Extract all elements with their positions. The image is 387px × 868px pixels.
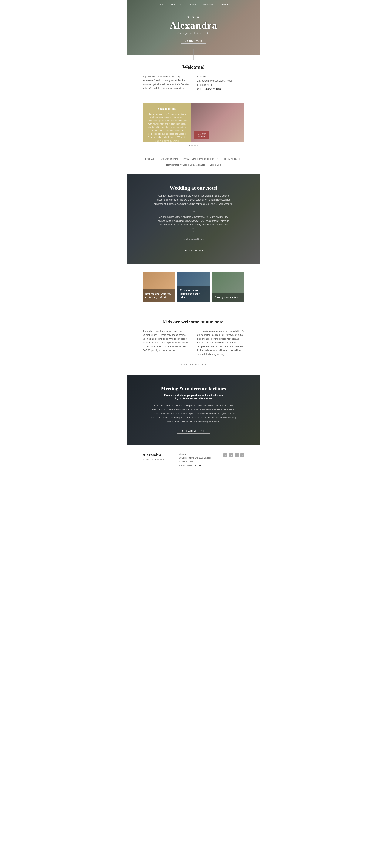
conference-description: Our dedicated team of conference profess… — [150, 404, 237, 424]
footer-phone-row: Call us: (800) 123 1234 — [179, 464, 216, 467]
amenity-bed: Large Bed — [210, 162, 221, 168]
nav-about[interactable]: About us — [167, 2, 184, 7]
kids-reservation-button[interactable]: MAKE A RESERVATION — [176, 362, 211, 367]
footer-brand: Alexandra © 2016 | Privacy Policy — [143, 453, 172, 460]
nav-rooms[interactable]: Rooms — [184, 2, 199, 7]
nav-contacts[interactable]: Contacts — [216, 2, 233, 7]
welcome-address-col: Chicago, 28 Jackson Blvd Ste 1020 Chicag… — [197, 75, 244, 91]
footer-address: Chicago, 28 Jackson Blvd Ste 1020 Chicag… — [179, 453, 216, 467]
quote-open: ❝ — [150, 210, 237, 215]
book-wedding-button[interactable]: BOOK A WEDDING — [180, 248, 207, 253]
phone-number: (800) 123 1234 — [205, 88, 221, 91]
rooms-card: Classic rooms Classic rooms at The Alexa… — [143, 103, 244, 142]
room-info-panel: Classic rooms Classic rooms at The Alexa… — [143, 103, 191, 142]
address-city: Chicago, — [197, 75, 244, 79]
card-rooms[interactable]: View our rooms, restaurant, pool & other — [177, 272, 210, 302]
amenity-bathroom: Private Bathroom — [183, 156, 202, 162]
footer-logo: Alexandra — [143, 453, 172, 457]
footer-zip: IL 60604-2340 — [179, 460, 216, 464]
kids-text-1: Know what's free for your kid. Up to two… — [143, 329, 190, 352]
hero-section: Home About us Rooms Services Contacts ★ … — [127, 0, 260, 55]
footer-street: 28 Jackson Blvd Ste 1020 Chicago, — [179, 456, 216, 460]
price-per: per night — [198, 135, 206, 137]
room-price: from $123 per night — [195, 131, 209, 139]
conference-subtitle: Events are all about people & we will wo… — [150, 394, 237, 400]
wedding-description: Your day means everything to us. Whether… — [154, 194, 233, 206]
sep-1: | — [157, 156, 161, 162]
make-reservation-button[interactable]: MAKE A RESERVATION — [152, 139, 182, 142]
card-rooms-overlay: View our rooms, restaurant, pool & other — [177, 286, 210, 302]
address-street: 28 Jackson Blvd Ste 1020 Chicago, — [197, 79, 244, 83]
book-conference-button[interactable]: BOOK A CONFERENCE — [177, 429, 210, 434]
amenity-sofa: Sofa Available — [189, 162, 205, 168]
dot-1[interactable] — [189, 145, 190, 147]
googleplus-icon[interactable]: g+ — [229, 453, 233, 457]
kids-text-col-2: The maximum number of extra beds/childre… — [197, 329, 244, 356]
amenity-fridge: Refrigerator Available — [166, 162, 189, 168]
conference-title: Meeting & conference facilities — [150, 386, 237, 392]
amenity-ac: Air Conditioning — [161, 156, 179, 162]
hotel-tagline: Chicago hotel since 1985 — [170, 32, 217, 34]
dot-4[interactable] — [197, 145, 198, 147]
hero-content: ★ ★ ★ Alexandra Chicago hotel since 1985… — [170, 15, 217, 43]
welcome-text-col: A good hotel shouldn't be necessarily ex… — [143, 75, 190, 91]
room-description: Classic rooms at The Alexandra are brigh… — [147, 113, 187, 139]
card-offers[interactable]: Luxury special offers — [212, 272, 244, 302]
kids-columns: Know what's free for your kid. Up to two… — [143, 329, 244, 356]
welcome-title: Welcome! — [143, 64, 244, 70]
welcome-columns: A good hotel shouldn't be necessarily ex… — [143, 75, 244, 91]
cards-section: Best cooking, wine list, draft beer, coc… — [127, 265, 260, 310]
facebook-icon[interactable]: f — [223, 453, 228, 457]
card-offers-overlay: Luxury special offers — [212, 293, 244, 302]
sep-3: | — [218, 156, 222, 162]
privacy-policy-link[interactable]: Privacy Policy — [151, 458, 164, 460]
card-food-overlay: Best cooking, wine list, draft beer, coc… — [143, 289, 175, 302]
copyright-text: © 2016 | — [143, 458, 150, 460]
kids-text-col-1: Know what's free for your kid. Up to two… — [143, 329, 190, 356]
main-navigation: Home About us Rooms Services Contacts — [127, 0, 260, 9]
twitter-icon[interactable]: t — [240, 453, 244, 457]
footer-city: Chicago, — [179, 453, 216, 456]
amenities-section: Free Wi-Fi | Air Conditioning | Private … — [127, 152, 260, 174]
card-food-title: Best cooking, wine list, draft beer, coc… — [145, 292, 172, 300]
hotel-name: Alexandra — [170, 20, 217, 31]
hero-divider — [194, 49, 194, 55]
footer-phone: (800) 123 1234 — [187, 464, 201, 466]
amenity-minibar: Free Mini-bar — [222, 156, 237, 162]
dot-3[interactable] — [194, 145, 196, 147]
conference-section: Meeting & conference facilities Events a… — [127, 375, 260, 445]
wedding-section: Wedding at our hotel Your day means ever… — [127, 174, 260, 265]
welcome-text: A good hotel shouldn't be necessarily ex… — [143, 75, 190, 90]
footer-call-label: Call us: — [179, 464, 186, 466]
virtual-tour-button[interactable]: VIRTUAL TOUR — [181, 39, 206, 43]
amenity-wifi: Free Wi-Fi — [145, 156, 157, 162]
room-image: from $123 per night — [191, 103, 244, 142]
wedding-author: Frank & Alicia Nelson — [150, 238, 237, 240]
wedding-title: Wedding at our hotel — [150, 185, 237, 191]
sep-5: | — [205, 162, 210, 168]
nav-home[interactable]: Home — [154, 2, 167, 7]
kids-title: Kids are welcome at our hotel — [143, 319, 244, 325]
rooms-section: Classic rooms Classic rooms at The Alexa… — [127, 99, 260, 152]
footer: Alexandra © 2016 | Privacy Policy Chicag… — [127, 445, 260, 473]
room-title: Classic rooms — [158, 107, 176, 111]
wedding-quote: We got married in the Alexandra in Septe… — [158, 215, 229, 230]
nav-services[interactable]: Services — [199, 2, 216, 7]
amenity-tv: Flat-screen TV — [202, 156, 218, 162]
card-rooms-title: View our rooms, restaurant, pool & other — [180, 288, 207, 300]
carousel-dots — [143, 145, 244, 147]
welcome-section: Welcome! A good hotel shouldn't be neces… — [127, 55, 260, 99]
dot-2[interactable] — [191, 145, 193, 147]
kids-section: Kids are welcome at our hotel Know what'… — [127, 310, 260, 375]
kids-cta: MAKE A RESERVATION — [143, 356, 244, 367]
price-from: from $123 — [198, 133, 206, 135]
social-icons-col: f g+ in t — [223, 453, 244, 457]
kids-text-2: The maximum number of extra beds/childre… — [197, 329, 244, 356]
hotel-stars: ★ ★ ★ — [170, 15, 217, 19]
call-label: Call us: — [197, 88, 205, 91]
amenities-list: Free Wi-Fi | Air Conditioning | Private … — [135, 156, 252, 168]
card-offers-title: Luxury special offers — [215, 296, 242, 300]
card-food[interactable]: Best cooking, wine list, draft beer, coc… — [143, 272, 175, 302]
quote-close: ❞ — [150, 230, 237, 236]
linkedin-icon[interactable]: in — [235, 453, 239, 457]
